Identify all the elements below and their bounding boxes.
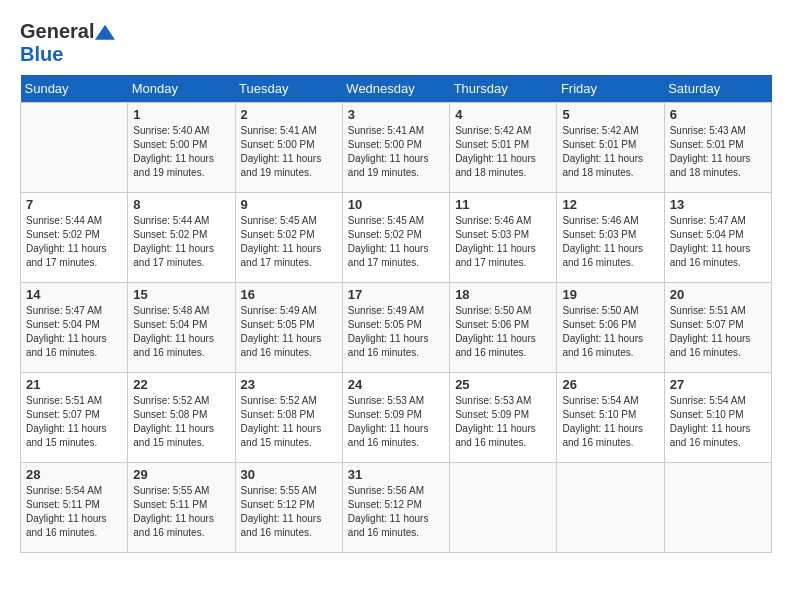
calendar-cell: 8Sunrise: 5:44 AMSunset: 5:02 PMDaylight… [128, 192, 235, 282]
day-number: 25 [455, 377, 551, 392]
day-info: Sunrise: 5:55 AMSunset: 5:12 PMDaylight:… [241, 484, 337, 540]
day-number: 26 [562, 377, 658, 392]
calendar-cell: 25Sunrise: 5:53 AMSunset: 5:09 PMDayligh… [450, 372, 557, 462]
day-number: 30 [241, 467, 337, 482]
day-info: Sunrise: 5:51 AMSunset: 5:07 PMDaylight:… [670, 304, 766, 360]
day-number: 20 [670, 287, 766, 302]
calendar-cell: 12Sunrise: 5:46 AMSunset: 5:03 PMDayligh… [557, 192, 664, 282]
calendar-cell: 1Sunrise: 5:40 AMSunset: 5:00 PMDaylight… [128, 102, 235, 192]
day-number: 9 [241, 197, 337, 212]
svg-marker-0 [95, 24, 115, 39]
day-number: 13 [670, 197, 766, 212]
day-info: Sunrise: 5:40 AMSunset: 5:00 PMDaylight:… [133, 124, 229, 180]
calendar-cell: 4Sunrise: 5:42 AMSunset: 5:01 PMDaylight… [450, 102, 557, 192]
calendar-cell: 24Sunrise: 5:53 AMSunset: 5:09 PMDayligh… [342, 372, 449, 462]
day-number: 21 [26, 377, 122, 392]
day-info: Sunrise: 5:45 AMSunset: 5:02 PMDaylight:… [241, 214, 337, 270]
day-info: Sunrise: 5:46 AMSunset: 5:03 PMDaylight:… [455, 214, 551, 270]
day-info: Sunrise: 5:43 AMSunset: 5:01 PMDaylight:… [670, 124, 766, 180]
calendar-cell: 5Sunrise: 5:42 AMSunset: 5:01 PMDaylight… [557, 102, 664, 192]
day-info: Sunrise: 5:44 AMSunset: 5:02 PMDaylight:… [26, 214, 122, 270]
calendar-cell: 30Sunrise: 5:55 AMSunset: 5:12 PMDayligh… [235, 462, 342, 552]
weekday-header-thursday: Thursday [450, 75, 557, 103]
day-number: 8 [133, 197, 229, 212]
calendar-cell: 9Sunrise: 5:45 AMSunset: 5:02 PMDaylight… [235, 192, 342, 282]
day-info: Sunrise: 5:49 AMSunset: 5:05 PMDaylight:… [348, 304, 444, 360]
day-info: Sunrise: 5:53 AMSunset: 5:09 PMDaylight:… [348, 394, 444, 450]
day-info: Sunrise: 5:41 AMSunset: 5:00 PMDaylight:… [241, 124, 337, 180]
calendar-cell: 29Sunrise: 5:55 AMSunset: 5:11 PMDayligh… [128, 462, 235, 552]
calendar-cell: 28Sunrise: 5:54 AMSunset: 5:11 PMDayligh… [21, 462, 128, 552]
calendar-cell: 23Sunrise: 5:52 AMSunset: 5:08 PMDayligh… [235, 372, 342, 462]
logo: GeneralBlue [20, 20, 116, 65]
calendar-cell: 21Sunrise: 5:51 AMSunset: 5:07 PMDayligh… [21, 372, 128, 462]
calendar-cell: 27Sunrise: 5:54 AMSunset: 5:10 PMDayligh… [664, 372, 771, 462]
day-info: Sunrise: 5:52 AMSunset: 5:08 PMDaylight:… [133, 394, 229, 450]
page-header: GeneralBlue [20, 20, 772, 65]
day-number: 15 [133, 287, 229, 302]
day-number: 23 [241, 377, 337, 392]
calendar-cell: 19Sunrise: 5:50 AMSunset: 5:06 PMDayligh… [557, 282, 664, 372]
weekday-header-saturday: Saturday [664, 75, 771, 103]
day-number: 6 [670, 107, 766, 122]
day-number: 16 [241, 287, 337, 302]
day-number: 24 [348, 377, 444, 392]
day-number: 11 [455, 197, 551, 212]
day-number: 14 [26, 287, 122, 302]
day-info: Sunrise: 5:51 AMSunset: 5:07 PMDaylight:… [26, 394, 122, 450]
calendar-cell: 3Sunrise: 5:41 AMSunset: 5:00 PMDaylight… [342, 102, 449, 192]
day-info: Sunrise: 5:45 AMSunset: 5:02 PMDaylight:… [348, 214, 444, 270]
day-number: 22 [133, 377, 229, 392]
day-info: Sunrise: 5:50 AMSunset: 5:06 PMDaylight:… [455, 304, 551, 360]
day-info: Sunrise: 5:53 AMSunset: 5:09 PMDaylight:… [455, 394, 551, 450]
calendar-cell: 13Sunrise: 5:47 AMSunset: 5:04 PMDayligh… [664, 192, 771, 282]
calendar-cell: 22Sunrise: 5:52 AMSunset: 5:08 PMDayligh… [128, 372, 235, 462]
calendar-cell: 6Sunrise: 5:43 AMSunset: 5:01 PMDaylight… [664, 102, 771, 192]
day-number: 28 [26, 467, 122, 482]
calendar-cell [557, 462, 664, 552]
day-info: Sunrise: 5:49 AMSunset: 5:05 PMDaylight:… [241, 304, 337, 360]
calendar-cell: 20Sunrise: 5:51 AMSunset: 5:07 PMDayligh… [664, 282, 771, 372]
day-number: 4 [455, 107, 551, 122]
day-info: Sunrise: 5:42 AMSunset: 5:01 PMDaylight:… [562, 124, 658, 180]
day-info: Sunrise: 5:50 AMSunset: 5:06 PMDaylight:… [562, 304, 658, 360]
calendar-cell: 17Sunrise: 5:49 AMSunset: 5:05 PMDayligh… [342, 282, 449, 372]
day-number: 1 [133, 107, 229, 122]
day-number: 29 [133, 467, 229, 482]
day-info: Sunrise: 5:56 AMSunset: 5:12 PMDaylight:… [348, 484, 444, 540]
day-number: 10 [348, 197, 444, 212]
calendar-table: SundayMondayTuesdayWednesdayThursdayFrid… [20, 75, 772, 553]
calendar-cell: 18Sunrise: 5:50 AMSunset: 5:06 PMDayligh… [450, 282, 557, 372]
weekday-header-tuesday: Tuesday [235, 75, 342, 103]
day-info: Sunrise: 5:47 AMSunset: 5:04 PMDaylight:… [26, 304, 122, 360]
day-number: 17 [348, 287, 444, 302]
day-info: Sunrise: 5:42 AMSunset: 5:01 PMDaylight:… [455, 124, 551, 180]
weekday-header-monday: Monday [128, 75, 235, 103]
calendar-cell: 11Sunrise: 5:46 AMSunset: 5:03 PMDayligh… [450, 192, 557, 282]
day-number: 27 [670, 377, 766, 392]
day-info: Sunrise: 5:54 AMSunset: 5:10 PMDaylight:… [670, 394, 766, 450]
calendar-cell: 31Sunrise: 5:56 AMSunset: 5:12 PMDayligh… [342, 462, 449, 552]
day-info: Sunrise: 5:41 AMSunset: 5:00 PMDaylight:… [348, 124, 444, 180]
day-number: 19 [562, 287, 658, 302]
weekday-header-wednesday: Wednesday [342, 75, 449, 103]
calendar-cell: 14Sunrise: 5:47 AMSunset: 5:04 PMDayligh… [21, 282, 128, 372]
day-info: Sunrise: 5:44 AMSunset: 5:02 PMDaylight:… [133, 214, 229, 270]
calendar-cell: 2Sunrise: 5:41 AMSunset: 5:00 PMDaylight… [235, 102, 342, 192]
calendar-cell: 10Sunrise: 5:45 AMSunset: 5:02 PMDayligh… [342, 192, 449, 282]
calendar-cell [21, 102, 128, 192]
calendar-cell: 7Sunrise: 5:44 AMSunset: 5:02 PMDaylight… [21, 192, 128, 282]
weekday-header-friday: Friday [557, 75, 664, 103]
weekday-header-sunday: Sunday [21, 75, 128, 103]
day-number: 31 [348, 467, 444, 482]
day-number: 2 [241, 107, 337, 122]
day-info: Sunrise: 5:47 AMSunset: 5:04 PMDaylight:… [670, 214, 766, 270]
day-info: Sunrise: 5:52 AMSunset: 5:08 PMDaylight:… [241, 394, 337, 450]
calendar-cell: 15Sunrise: 5:48 AMSunset: 5:04 PMDayligh… [128, 282, 235, 372]
day-number: 12 [562, 197, 658, 212]
calendar-cell: 26Sunrise: 5:54 AMSunset: 5:10 PMDayligh… [557, 372, 664, 462]
day-number: 18 [455, 287, 551, 302]
day-info: Sunrise: 5:55 AMSunset: 5:11 PMDaylight:… [133, 484, 229, 540]
day-info: Sunrise: 5:54 AMSunset: 5:10 PMDaylight:… [562, 394, 658, 450]
day-info: Sunrise: 5:54 AMSunset: 5:11 PMDaylight:… [26, 484, 122, 540]
